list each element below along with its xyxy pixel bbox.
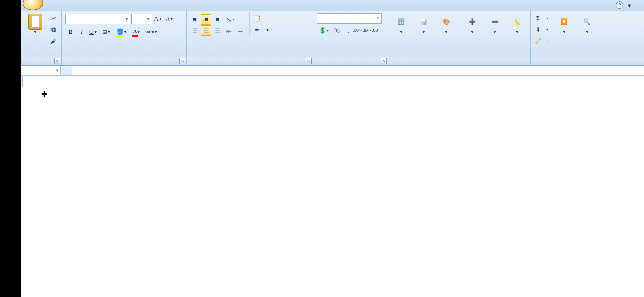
format-painter-button[interactable]: 🖌 <box>48 36 58 46</box>
align-right-button[interactable]: ☰ <box>212 25 223 36</box>
align-center-button[interactable]: ☰ <box>201 25 211 36</box>
font-name-combo[interactable]: ▼ <box>65 14 130 24</box>
increase-font-button[interactable]: A▲ <box>153 14 163 24</box>
font-size-combo[interactable]: ▼ <box>131 14 152 24</box>
font-launcher[interactable]: ↘ <box>179 58 185 64</box>
insert-cells-button[interactable]: ➕▼ <box>461 12 483 34</box>
cut-button[interactable]: ✂ <box>48 13 58 24</box>
format-as-table-button[interactable]: 📊▼ <box>413 12 435 34</box>
conditional-format-button[interactable]: 🔢▼ <box>390 12 412 34</box>
ribbon: ▼ ✂ ⧉ 🖌 ↘ ▼ ▼ A▲ A▼ B I U▼ ⊞▼ 🪣▼ <box>0 11 644 66</box>
font-color-button[interactable]: A▼ <box>129 26 144 37</box>
number-format-combo[interactable]: ▼ <box>317 13 382 24</box>
fill-button[interactable]: ⬇▼ <box>533 25 552 35</box>
bold-button[interactable]: B <box>65 26 76 37</box>
decrease-font-button[interactable]: A▼ <box>164 14 175 24</box>
underline-button[interactable]: U▼ <box>88 26 98 37</box>
align-bottom-button[interactable]: ≡ <box>212 14 223 25</box>
increase-indent-button[interactable]: ⇥ <box>235 25 245 36</box>
find-select-button[interactable]: 🔍▼ <box>576 12 598 34</box>
spreadsheet-grid[interactable]: ✚ <box>0 76 644 297</box>
fx-cancel <box>61 66 72 75</box>
office-button[interactable] <box>23 0 43 10</box>
formula-bar: ▼ <box>0 66 644 76</box>
orientation-button[interactable]: ⤡▼ <box>224 14 238 25</box>
alignment-launcher[interactable]: ↘ <box>306 58 312 64</box>
window-dash-icon[interactable]: — <box>636 2 641 9</box>
decrease-decimal-button[interactable]: .0→.00 <box>366 25 376 35</box>
comma-button[interactable]: , <box>343 25 354 35</box>
minimize-ribbon-icon[interactable]: ▾ <box>628 2 631 9</box>
align-middle-button[interactable]: ≡ <box>201 14 211 25</box>
italic-button[interactable]: I <box>77 26 87 37</box>
decrease-indent-button[interactable]: ⇤ <box>224 25 234 36</box>
wrap-text-button[interactable]: 📑 <box>252 13 272 24</box>
ribbon-tabs: ? ▾ — <box>0 0 644 11</box>
align-left-button[interactable]: ☰ <box>190 25 200 36</box>
sort-filter-button[interactable]: 🔽▼ <box>554 12 575 34</box>
copy-button[interactable]: ⧉ <box>48 25 58 35</box>
cursor-icon: ✚ <box>41 90 48 99</box>
percent-button[interactable]: % <box>332 25 342 35</box>
align-top-button[interactable]: ≡ <box>190 14 200 25</box>
number-launcher[interactable]: ↘ <box>381 58 387 64</box>
delete-cells-button[interactable]: ➖▼ <box>484 12 506 34</box>
clear-button[interactable]: 🧹▼ <box>533 36 552 46</box>
fill-color-button[interactable]: 🪣▼ <box>114 26 129 37</box>
help-icon[interactable]: ? <box>616 1 623 9</box>
increase-decimal-button[interactable]: .00→.0 <box>354 25 365 35</box>
paste-button[interactable]: ▼ <box>24 12 46 34</box>
clipboard-launcher[interactable]: ↘ <box>54 58 60 64</box>
cell-styles-button[interactable]: 🎨▼ <box>435 12 457 34</box>
accounting-format-button[interactable]: 💲▼ <box>317 25 331 35</box>
format-cells-button[interactable]: 📐▼ <box>507 12 528 34</box>
phonetic-button[interactable]: wén▼ <box>145 26 159 37</box>
autosum-button[interactable]: Σ▼ <box>533 13 552 24</box>
merge-center-button[interactable]: ⬌▼ <box>252 25 272 35</box>
borders-button[interactable]: ⊞▼ <box>99 26 113 37</box>
